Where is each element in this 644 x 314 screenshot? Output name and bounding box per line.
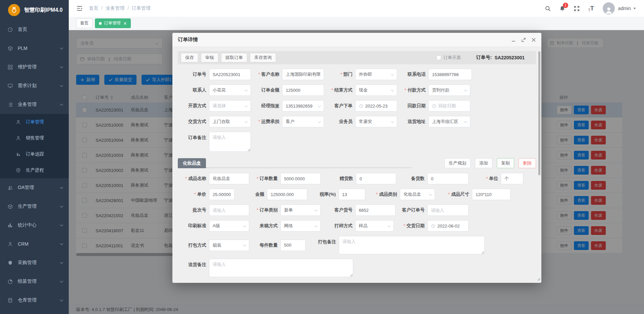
search-icon[interactable] bbox=[545, 5, 551, 12]
pack-method-select[interactable]: 箱装 bbox=[209, 240, 249, 251]
fullscreen-icon[interactable] bbox=[574, 5, 580, 12]
delivery-note-textarea[interactable] bbox=[209, 259, 353, 277]
customer-order-date-picker[interactable]: 2022-05-23 bbox=[355, 100, 397, 112]
per-pack-qty-input[interactable] bbox=[280, 240, 306, 251]
phone-input[interactable] bbox=[428, 69, 472, 80]
proof-method-select[interactable]: 样品 bbox=[355, 220, 394, 232]
product-tab[interactable]: 化妆品盒 bbox=[178, 158, 206, 168]
tab-order-management[interactable]: 订单管理 bbox=[95, 18, 131, 28]
sidebar-item-assembly[interactable]: 组装管理 bbox=[0, 272, 69, 291]
customer-order-no-input[interactable] bbox=[427, 204, 469, 216]
stock-query-button[interactable]: 库存查询 bbox=[250, 53, 276, 62]
chevron-down-icon bbox=[245, 120, 248, 123]
extract-order-button[interactable]: 提取订单 bbox=[221, 53, 247, 62]
settlement-select[interactable]: 现金 bbox=[355, 84, 397, 96]
sidebar-item-demand-plan[interactable]: 需求计划 bbox=[0, 76, 69, 95]
breadcrumb-home[interactable]: 首页 bbox=[89, 5, 98, 11]
grid-icon bbox=[7, 64, 13, 70]
maximize-icon[interactable] bbox=[521, 38, 526, 42]
caret-down-icon[interactable] bbox=[633, 8, 636, 9]
save-button[interactable]: 保存 bbox=[181, 53, 198, 62]
footprint-icon bbox=[15, 151, 21, 157]
salesman-select[interactable]: 常康安 bbox=[355, 116, 397, 127]
amount-input[interactable] bbox=[267, 189, 307, 200]
sidebar-item-procurement[interactable]: 采购管理 bbox=[0, 253, 69, 272]
order-amount-input[interactable] bbox=[282, 84, 324, 96]
audit-button[interactable]: 审核 bbox=[201, 53, 218, 62]
gift-qty-input[interactable] bbox=[356, 173, 396, 184]
sidebar-item-warehouse[interactable]: 仓库管理 bbox=[0, 291, 69, 310]
payback-date-picker[interactable]: 回款日期 bbox=[428, 100, 470, 112]
payment-select[interactable]: 货到付款 bbox=[428, 84, 470, 96]
department-select[interactable]: 外协部 bbox=[355, 69, 397, 80]
sidebar-item-crm[interactable]: CRM bbox=[0, 235, 69, 253]
chevron-down-icon bbox=[60, 65, 63, 68]
add-product-button[interactable]: 添加 bbox=[475, 158, 492, 168]
category-select[interactable]: 化妆品盒 bbox=[400, 189, 435, 200]
print-standard-select[interactable]: A级 bbox=[209, 220, 249, 232]
tax-rate-input[interactable] bbox=[338, 189, 365, 200]
unit-price-input[interactable] bbox=[209, 189, 234, 200]
product-name-input[interactable] bbox=[209, 173, 249, 184]
reserve-qty-input[interactable] bbox=[427, 173, 469, 184]
header-actions: 1 admin bbox=[537, 2, 636, 14]
tab-close-icon[interactable] bbox=[123, 22, 127, 25]
database-icon bbox=[7, 298, 13, 303]
size-input[interactable] bbox=[472, 189, 511, 200]
sidebar-item-oa[interactable]: OA管理 bbox=[0, 178, 69, 197]
manager-select[interactable]: 13513982659 bbox=[282, 100, 324, 112]
sidebar-item-plm[interactable]: PLM bbox=[0, 39, 69, 58]
production-plan-button[interactable]: 生产规划 bbox=[444, 158, 471, 168]
chevron-down-icon bbox=[245, 104, 248, 107]
sidebar-item-home[interactable]: 首页 bbox=[0, 20, 69, 39]
username[interactable]: admin bbox=[618, 6, 631, 11]
shield-icon bbox=[7, 260, 13, 266]
order-header-form: 订单号 客户名称 部门 外协部 联系电话 联系人 小花花 订单金额 结算方式 bbox=[178, 69, 536, 152]
resize-handle[interactable] bbox=[537, 277, 540, 282]
user-icon bbox=[15, 135, 21, 141]
delivery-method-select[interactable]: 上门自取 bbox=[209, 116, 251, 127]
invoice-checkbox[interactable] bbox=[436, 55, 441, 60]
chevron-down-icon bbox=[60, 298, 63, 302]
notification-bell-icon[interactable]: 1 bbox=[559, 5, 566, 12]
sidebar-item-maintenance[interactable]: 维护管理 bbox=[0, 58, 69, 76]
tab-home[interactable]: 首页 bbox=[76, 18, 93, 28]
modal-scrollbar-thumb[interactable] bbox=[538, 51, 540, 175]
breadcrumb-business[interactable]: 业务管理 bbox=[98, 5, 124, 11]
unit-input[interactable] bbox=[501, 173, 523, 184]
sidebar-item-sales-management[interactable]: 销售管理 bbox=[0, 130, 69, 146]
order-qty-input[interactable] bbox=[280, 173, 321, 184]
customer-item-no-input[interactable] bbox=[355, 204, 395, 216]
invoice-method-select[interactable]: 请选择 bbox=[209, 100, 251, 112]
sidebar: 智慧印刷IPM4.0 首页 PLM 维护管理 需求计划 业务管理 订单管理 bbox=[0, 0, 69, 314]
close-icon[interactable] bbox=[531, 38, 536, 42]
freight-select[interactable]: 客户 bbox=[282, 116, 324, 127]
order-type-select[interactable]: 新单 bbox=[280, 204, 321, 216]
delete-product-button[interactable]: 删除 bbox=[519, 158, 536, 168]
sidebar-item-production[interactable]: 生产管理 bbox=[0, 197, 69, 216]
logo: 智慧印刷IPM4.0 bbox=[0, 0, 69, 20]
sidebar-item-business[interactable]: 业务管理 bbox=[0, 95, 69, 114]
sidebar-item-production-progress[interactable]: 生产进程 bbox=[0, 162, 69, 178]
tab-bar: 首页 订单管理 bbox=[69, 17, 644, 30]
modal-header[interactable]: 订单详情 bbox=[172, 33, 541, 47]
sidebar-toggle-icon[interactable] bbox=[76, 5, 83, 12]
order-note-textarea[interactable] bbox=[209, 132, 251, 152]
delivery-date-picker[interactable]: 2022-06-02 bbox=[427, 220, 469, 232]
draft-method-select[interactable]: 网络 bbox=[280, 220, 321, 232]
order-no-label: 订单号: bbox=[476, 55, 492, 61]
sidebar-item-order-tracking[interactable]: 订单追踪 bbox=[0, 146, 69, 162]
contact-select[interactable]: 小花花 bbox=[209, 84, 251, 96]
user-outline-icon bbox=[7, 241, 13, 247]
order-no-input[interactable] bbox=[209, 69, 251, 80]
address-select[interactable]: 上海市徐汇区 bbox=[428, 116, 470, 127]
copy-product-button[interactable]: 复制 bbox=[497, 158, 514, 168]
minimize-icon[interactable] bbox=[511, 38, 516, 42]
batch-no-input[interactable] bbox=[209, 204, 249, 216]
sidebar-item-statistics[interactable]: 统计中心 bbox=[0, 216, 69, 235]
sidebar-item-order-management[interactable]: 订单管理 bbox=[0, 114, 69, 130]
avatar[interactable] bbox=[603, 2, 615, 14]
font-size-icon[interactable] bbox=[588, 5, 594, 12]
customer-name-input[interactable] bbox=[282, 69, 324, 80]
pack-note-textarea[interactable] bbox=[339, 236, 485, 254]
